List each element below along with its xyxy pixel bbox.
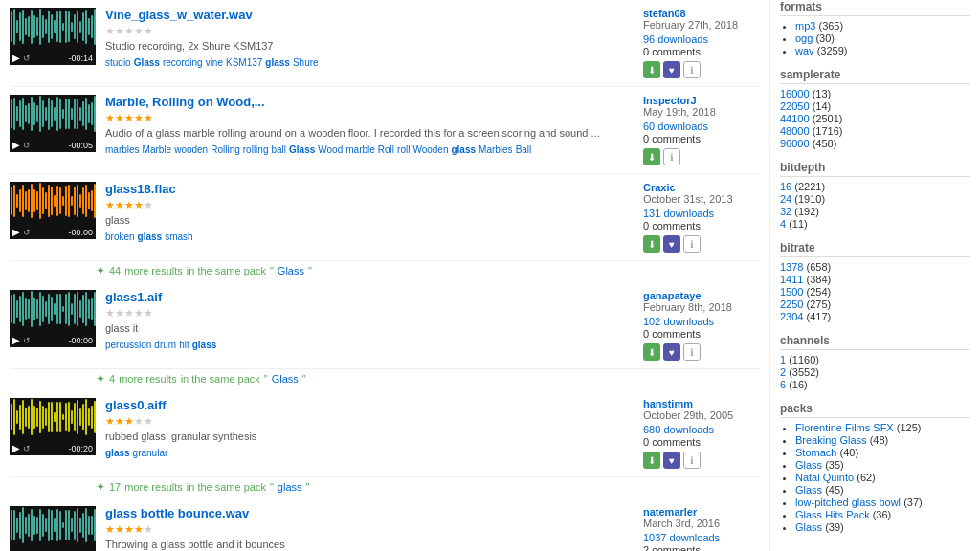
tag[interactable]: Wood [318,144,343,155]
tag[interactable]: glass [265,57,290,68]
bookmark-icon[interactable]: ♥ [663,235,680,253]
tag[interactable]: KSM137 [226,57,262,68]
sidebar-filter-link[interactable]: Florentine Films SFX [795,422,894,433]
tag[interactable]: vine [206,57,223,68]
sound-downloads[interactable]: 1037 downloads [643,532,760,543]
tag[interactable]: percussion [105,340,151,350]
sound-author[interactable]: ganapataye [643,290,760,301]
sidebar-filter-link[interactable]: wav [795,45,814,56]
sound-comments[interactable]: 2 comments [643,544,760,551]
sound-author[interactable]: natemarler [643,506,760,518]
sound-comments[interactable]: 0 comments [643,220,760,231]
tag[interactable]: Glass [289,144,315,155]
sound-title[interactable]: Vine_glass_w_water.wav [105,8,635,22]
sound-downloads[interactable]: 96 downloads [643,33,760,45]
download-icon[interactable]: ⬇ [643,343,660,361]
download-icon[interactable]: ⬇ [643,61,660,78]
tag[interactable]: Marble [143,144,172,155]
sound-downloads[interactable]: 60 downloads [643,121,760,132]
sidebar-filter-link[interactable]: 32 [780,206,791,217]
sidebar-filter-link[interactable]: ogg [795,33,813,44]
tag[interactable]: glass [105,448,130,458]
sound-downloads[interactable]: 680 downloads [643,424,760,435]
sidebar-filter-link[interactable]: 2 [780,366,786,378]
tag[interactable]: glass [138,231,163,242]
tag[interactable]: rolling [243,144,269,155]
tag[interactable]: broken [105,231,135,242]
sidebar-filter-link[interactable]: 48000 [780,125,810,137]
info-icon[interactable]: ℹ [683,61,701,78]
sidebar-filter-link[interactable]: 1411 [780,274,803,285]
sidebar-filter-link[interactable]: Glass [795,484,822,496]
sound-downloads[interactable]: 131 downloads [643,208,760,219]
sidebar-filter-link[interactable]: 96000 [780,138,810,149]
loop-button[interactable]: ↺ [23,444,31,453]
play-button[interactable]: ▶ [12,335,20,345]
sound-title[interactable]: glass1.aif [105,290,635,304]
tag[interactable]: hit [179,340,189,350]
sidebar-filter-link[interactable]: Breaking Glass [795,434,867,446]
info-icon[interactable]: ℹ [663,148,680,165]
bookmark-icon[interactable]: ♥ [663,452,680,469]
loop-button[interactable]: ↺ [23,336,31,345]
loop-button[interactable]: ↺ [23,141,31,150]
sound-title[interactable]: glass0.aiff [105,398,635,412]
sidebar-filter-link[interactable]: 1500 [780,286,803,298]
tag[interactable]: roll [397,144,410,155]
sound-author[interactable]: Craxic [643,182,760,193]
sound-comments[interactable]: 0 comments [643,436,760,448]
tag[interactable]: ball [271,144,286,155]
sound-author[interactable]: InspectorJ [643,95,760,106]
sidebar-filter-link[interactable]: mp3 [795,20,815,32]
sound-author[interactable]: stefan08 [643,8,760,19]
sidebar-filter-link[interactable]: Glass [795,521,822,533]
sidebar-filter-link[interactable]: 1378 [780,261,803,273]
tag[interactable]: smash [165,231,192,242]
sidebar-filter-link[interactable]: 2250 [780,298,803,310]
bookmark-icon[interactable]: ♥ [663,343,680,361]
tag[interactable]: Wooden [412,144,448,155]
sidebar-filter-link[interactable]: Glass Hits Pack [795,509,870,520]
tag[interactable]: wooden [174,144,208,155]
sidebar-filter-link[interactable]: 2304 [780,311,803,322]
tag[interactable]: marbles [105,144,140,155]
tag[interactable]: Glass [134,57,160,68]
info-icon[interactable]: ℹ [683,235,701,253]
sound-downloads[interactable]: 102 downloads [643,316,760,327]
sound-title[interactable]: Marble, Rolling on Wood,... [105,95,635,109]
sidebar-filter-link[interactable]: 24 [780,193,791,205]
tag[interactable]: recording [163,57,203,68]
sound-comments[interactable]: 0 comments [643,133,760,144]
sidebar-filter-link[interactable]: 16 [780,181,791,192]
sound-comments[interactable]: 0 comments [643,328,760,340]
play-button[interactable]: ▶ [12,53,20,63]
loop-button[interactable]: ↺ [23,228,31,237]
sidebar-filter-link[interactable]: 4 [780,218,786,230]
download-icon[interactable]: ⬇ [643,148,660,165]
sidebar-filter-link[interactable]: low-pitched glass bowl [795,496,901,508]
tag[interactable]: glass [451,144,476,155]
sound-title[interactable]: glass bottle bounce.wav [105,506,635,520]
download-icon[interactable]: ⬇ [643,235,660,253]
sound-title[interactable]: glass18.flac [105,182,635,196]
pack-result-link[interactable]: Glass [272,373,299,385]
pack-result-link[interactable]: Glass [278,265,304,276]
tag[interactable]: studio [105,57,131,68]
sidebar-filter-link[interactable]: 16000 [780,88,810,99]
play-button[interactable]: ▶ [12,227,20,237]
info-icon[interactable]: ℹ [683,452,701,469]
info-icon[interactable]: ℹ [683,343,701,361]
tag[interactable]: Rolling [211,144,240,155]
download-icon[interactable]: ⬇ [643,452,660,469]
sound-comments[interactable]: 0 comments [643,46,760,57]
sidebar-filter-link[interactable]: 22050 [780,100,810,112]
play-button[interactable]: ▶ [12,443,20,453]
pack-result-link[interactable]: glass [278,481,302,493]
bookmark-icon[interactable]: ♥ [663,61,680,78]
sidebar-filter-link[interactable]: Stomach [795,447,836,458]
tag[interactable]: drum [154,340,176,350]
loop-button[interactable]: ↺ [23,54,31,63]
tag[interactable]: granular [133,448,168,458]
tag[interactable]: Roll [378,144,394,155]
sidebar-filter-link[interactable]: Natal Quinto [795,472,854,483]
